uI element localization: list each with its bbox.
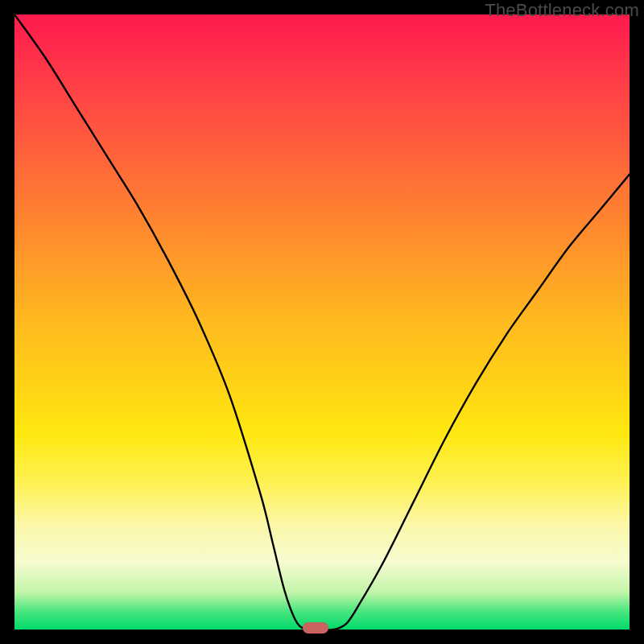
chart-frame: TheBottleneck.com xyxy=(0,0,644,644)
watermark-text: TheBottleneck.com xyxy=(485,0,639,21)
bottleneck-curve xyxy=(14,14,630,630)
chart-plot-area xyxy=(14,14,630,630)
optimal-marker xyxy=(303,622,328,634)
